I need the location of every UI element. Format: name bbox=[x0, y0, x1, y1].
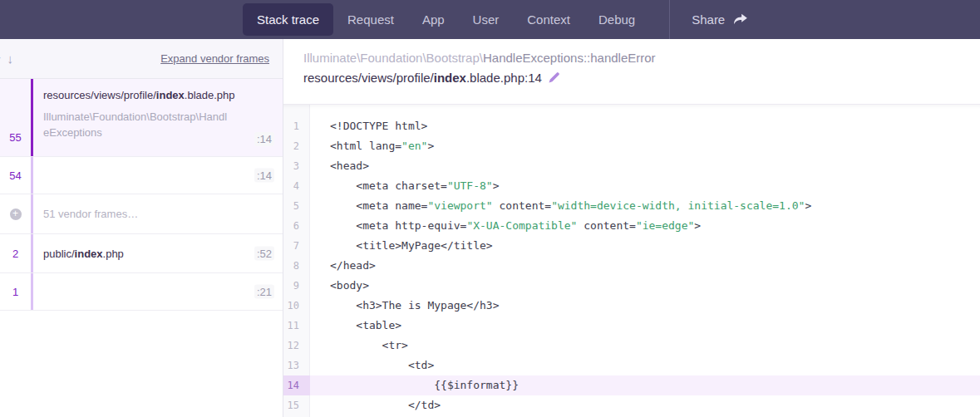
breadcrumb-method: HandleExceptions::handleError bbox=[483, 51, 656, 65]
line-number: 13 bbox=[283, 356, 310, 375]
code-text: <html lang="en"> bbox=[310, 136, 434, 156]
code-line: 15 </td> bbox=[283, 395, 980, 415]
main-area: ↑ ↓ Expand vendor frames 55 resources/vi… bbox=[0, 39, 980, 417]
tab-stack-trace[interactable]: Stack trace bbox=[243, 3, 333, 36]
code-lines: 1<!DOCTYPE html>2<html lang="en">3<head>… bbox=[283, 116, 980, 415]
sidebar-empty-space bbox=[0, 311, 283, 417]
code-line: 10 <h3>The is Mypage</h3> bbox=[283, 296, 980, 316]
frame-line-badge: :21 bbox=[254, 285, 274, 299]
code-text: <h3>The is Mypage</h3> bbox=[310, 296, 500, 316]
code-panel: Illuminate\Foundation\Bootstrap\HandleEx… bbox=[283, 39, 980, 417]
stack-frame-55[interactable]: 55 resources/views/profile/index.blade.p… bbox=[0, 79, 283, 157]
line-number: 2 bbox=[283, 136, 310, 156]
code-line: 8</head> bbox=[283, 256, 980, 276]
frame-file: resources/views/profile/index.blade.php bbox=[43, 89, 274, 101]
code-line: 9<body> bbox=[283, 276, 980, 296]
code-line: 4 <meta charset="UTF-8"> bbox=[283, 176, 980, 196]
line-number: 4 bbox=[283, 176, 310, 196]
expand-vendor-frames-link[interactable]: Expand vendor frames bbox=[160, 52, 269, 65]
code-text: <table> bbox=[310, 316, 401, 336]
code-text: <body> bbox=[310, 276, 369, 296]
share-label: Share bbox=[692, 12, 725, 27]
nav-tabs: Stack trace Request App User Context Deb… bbox=[243, 0, 649, 39]
code-panel-header: Illuminate\Foundation\Bootstrap\HandleEx… bbox=[283, 39, 980, 104]
code-text: <tr> bbox=[310, 336, 408, 356]
code-text: <meta http-equiv="X-UA-Compatible" conte… bbox=[310, 216, 701, 236]
code-text: </td> bbox=[310, 395, 441, 415]
frame-number: 55 bbox=[0, 79, 31, 156]
code-line-highlighted: 14 {{$informat}} bbox=[283, 375, 980, 395]
top-nav: Stack trace Request App User Context Deb… bbox=[0, 0, 980, 39]
prev-frame-icon[interactable]: ↑ bbox=[0, 52, 2, 66]
line-number: 9 bbox=[283, 276, 310, 296]
tab-request[interactable]: Request bbox=[333, 0, 408, 39]
share-button[interactable]: Share bbox=[670, 0, 769, 39]
file-path-text: resources/views/profile/index.blade.php:… bbox=[303, 71, 542, 85]
frame-line-badge: :14 bbox=[254, 132, 274, 146]
frame-method: Illuminate\Foundation\Bootstrap\HandleEx… bbox=[43, 109, 233, 140]
frame-line-badge: :14 bbox=[254, 169, 274, 183]
line-number: 15 bbox=[283, 395, 310, 415]
vendor-frames-toggle[interactable]: + 51 vendor frames… bbox=[0, 194, 283, 234]
code-line: 13 <td> bbox=[283, 356, 980, 375]
code-line: 3<head> bbox=[283, 156, 980, 176]
line-number: 12 bbox=[283, 336, 310, 356]
sidebar-header: ↑ ↓ Expand vendor frames bbox=[0, 39, 283, 79]
frame-breadcrumb: Illuminate\Foundation\Bootstrap\HandleEx… bbox=[303, 51, 980, 65]
line-number: 11 bbox=[283, 316, 310, 336]
tab-app[interactable]: App bbox=[408, 0, 459, 39]
share-arrow-icon bbox=[733, 13, 747, 26]
code-text: <td> bbox=[310, 356, 434, 375]
line-number: 10 bbox=[283, 296, 310, 316]
frame-nav-arrows: ↑ ↓ bbox=[0, 52, 13, 66]
line-number: 8 bbox=[283, 256, 310, 276]
vendor-frames-label: 51 vendor frames… bbox=[43, 208, 274, 220]
plus-icon: + bbox=[10, 208, 22, 220]
line-number: 6 bbox=[283, 216, 310, 236]
code-text: <meta name="viewport" content="width=dev… bbox=[310, 196, 811, 216]
code-editor: 1<!DOCTYPE html>2<html lang="en">3<head>… bbox=[283, 104, 980, 417]
tab-context[interactable]: Context bbox=[513, 0, 584, 39]
frame-number: 54 bbox=[0, 157, 31, 194]
stack-frames-sidebar: ↑ ↓ Expand vendor frames 55 resources/vi… bbox=[0, 39, 283, 417]
code-text: <title>MyPage</title> bbox=[310, 236, 493, 256]
code-text: {{$informat}} bbox=[310, 375, 519, 395]
code-line: 5 <meta name="viewport" content="width=d… bbox=[283, 196, 980, 216]
line-number: 5 bbox=[283, 196, 310, 216]
code-text: </head> bbox=[310, 256, 376, 276]
code-line: 12 <tr> bbox=[283, 336, 980, 356]
open-file-path: resources/views/profile/index.blade.php:… bbox=[303, 71, 980, 85]
next-frame-icon[interactable]: ↓ bbox=[7, 52, 14, 66]
line-number: 3 bbox=[283, 156, 310, 176]
code-text: <!DOCTYPE html> bbox=[310, 116, 427, 136]
frame-number: 2 bbox=[0, 234, 31, 272]
code-text: <head> bbox=[310, 156, 369, 176]
line-number: 1 bbox=[283, 116, 310, 136]
tab-debug[interactable]: Debug bbox=[584, 0, 649, 39]
frame-file: public/index.php bbox=[43, 248, 274, 260]
frame-line-badge: :52 bbox=[254, 247, 274, 261]
line-number: 7 bbox=[283, 236, 310, 256]
code-line: 7 <title>MyPage</title> bbox=[283, 236, 980, 256]
edit-pencil-icon[interactable] bbox=[548, 71, 560, 84]
stack-frame-2[interactable]: 2 public/index.php :52 bbox=[0, 234, 283, 273]
line-number: 14 bbox=[283, 375, 310, 395]
code-line: 2<html lang="en"> bbox=[283, 136, 980, 156]
code-text: <meta charset="UTF-8"> bbox=[310, 176, 500, 196]
tab-user[interactable]: User bbox=[459, 0, 514, 39]
stack-frame-1[interactable]: 1 :21 bbox=[0, 273, 283, 311]
stack-frame-54[interactable]: 54 :14 bbox=[0, 157, 283, 194]
code-line: 1<!DOCTYPE html> bbox=[283, 116, 980, 136]
frame-number: 1 bbox=[0, 273, 31, 310]
code-line: 11 <table> bbox=[283, 316, 980, 336]
code-line: 6 <meta http-equiv="X-UA-Compatible" con… bbox=[283, 216, 980, 236]
breadcrumb-namespace: Illuminate\Foundation\Bootstrap\ bbox=[303, 51, 483, 65]
